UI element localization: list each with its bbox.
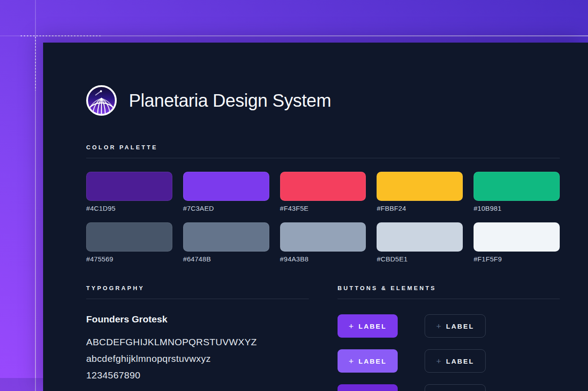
color-swatch-hex-label: #10B981 [474, 205, 560, 212]
color-swatch: #4C1D95 [86, 172, 172, 212]
label-button-filled[interactable]: + LABEL [338, 349, 398, 373]
button-row: + LABEL + LABEL [338, 314, 560, 338]
color-swatch-tile [474, 172, 560, 201]
color-swatch-tile [183, 222, 269, 252]
section-divider [338, 299, 560, 299]
color-palette-section: COLOR PALETTE #4C1D95 #7C3AED #F43F5E #F… [86, 144, 560, 263]
color-swatch-tile [377, 172, 463, 201]
color-swatch: #F1F5F9 [474, 222, 560, 263]
label-button-outline[interactable]: + LABEL [425, 384, 486, 391]
vertical-guide-dashes [35, 37, 36, 91]
typography-section: TYPOGRAPHY Founders Grotesk ABCDEFGHIJKL… [86, 285, 309, 391]
color-swatch: #94A3B8 [280, 222, 366, 263]
label-button-filled[interactable]: + LABEL [338, 384, 398, 391]
planetaria-globe-logo-icon [86, 85, 117, 116]
color-swatch: #7C3AED [183, 172, 269, 212]
color-swatch-tile [183, 172, 269, 201]
color-swatch-tile [474, 222, 560, 252]
color-swatch-hex-label: #F1F5F9 [474, 256, 560, 263]
button-row: + LABEL + LABEL [338, 349, 560, 373]
color-swatch: #475569 [86, 222, 172, 263]
section-divider [86, 158, 560, 158]
plus-icon: + [436, 357, 441, 365]
buttons-section: BUTTONS & ELEMENTS + LABEL + LABEL + LAB… [338, 285, 560, 391]
color-palette-heading: COLOR PALETTE [86, 144, 560, 150]
specimen-numerals: 1234567890 [86, 367, 309, 383]
label-button-outline[interactable]: + LABEL [425, 349, 486, 373]
button-label: LABEL [359, 357, 387, 365]
label-button-outline[interactable]: + LABEL [425, 314, 486, 338]
color-swatch-tile [86, 222, 172, 252]
horizontal-guide-dashes [21, 35, 101, 36]
buttons-heading: BUTTONS & ELEMENTS [338, 285, 560, 291]
color-swatch-hex-label: #F43F5E [280, 205, 366, 212]
color-swatch-hex-label: #94A3B8 [280, 256, 366, 263]
color-swatch: #F43F5E [280, 172, 366, 212]
specimen-uppercase: ABCDEFGHIJKLMNOPQRSTUVWXYZ [86, 334, 309, 350]
color-swatch-tile [280, 222, 366, 252]
color-swatch-hex-label: #7C3AED [183, 205, 269, 212]
color-swatch: #64748B [183, 222, 269, 263]
color-swatch-tile [377, 222, 463, 252]
backdrop-corner-shade [0, 378, 43, 391]
button-label: LABEL [446, 357, 474, 365]
swatch-grid: #4C1D95 #7C3AED #F43F5E #FBBF24 #10B981 … [86, 172, 560, 263]
button-label: LABEL [359, 322, 387, 330]
color-swatch: #10B981 [474, 172, 560, 212]
color-swatch-hex-label: #4C1D95 [86, 205, 172, 212]
typography-heading: TYPOGRAPHY [86, 285, 309, 291]
specimen-lowercase: abcdefghijklmnopqrstuvwxyz [86, 350, 309, 367]
button-examples: + LABEL + LABEL + LABEL + LABEL + LABEL … [338, 314, 560, 391]
font-name: Founders Grotesk [86, 314, 309, 324]
color-swatch-tile [280, 172, 366, 201]
page-title: Planetaria Design System [129, 91, 331, 111]
plus-icon: + [349, 357, 354, 365]
plus-icon: + [436, 322, 441, 330]
color-swatch: #CBD5E1 [377, 222, 463, 263]
color-swatch-hex-label: #FBBF24 [377, 205, 463, 212]
design-system-panel: Planetaria Design System COLOR PALETTE #… [43, 43, 588, 391]
plus-icon: + [349, 322, 354, 330]
button-row: + LABEL + LABEL [338, 384, 560, 391]
label-button-filled[interactable]: + LABEL [338, 314, 398, 338]
color-swatch: #FBBF24 [377, 172, 463, 212]
color-swatch-hex-label: #64748B [183, 256, 269, 263]
color-swatch-tile [86, 172, 172, 201]
button-label: LABEL [446, 322, 474, 330]
color-swatch-hex-label: #475569 [86, 256, 172, 263]
section-divider [86, 299, 309, 299]
brand-header: Planetaria Design System [86, 85, 560, 116]
color-swatch-hex-label: #CBD5E1 [377, 256, 463, 263]
